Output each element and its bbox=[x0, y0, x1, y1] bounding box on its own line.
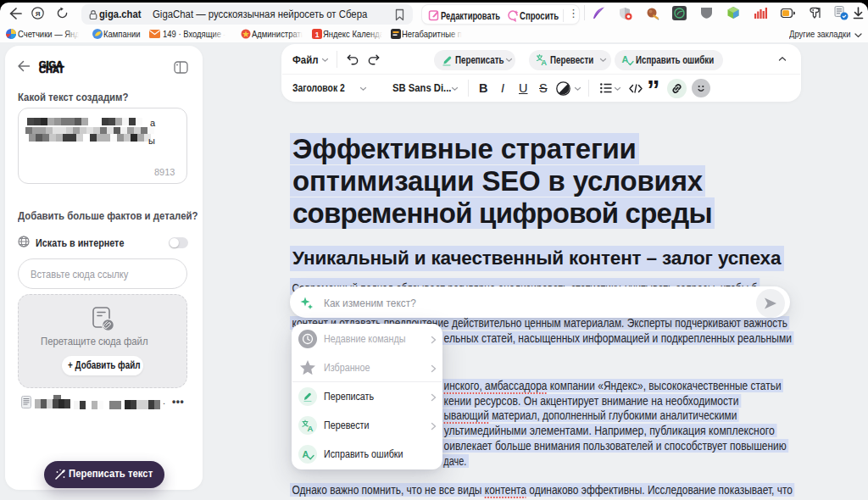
svg-text:A: A bbox=[308, 424, 314, 433]
svg-text:Я: Я bbox=[36, 10, 41, 18]
svg-text:A: A bbox=[303, 449, 309, 459]
svg-text:1: 1 bbox=[315, 31, 320, 39]
svg-text:A: A bbox=[622, 54, 629, 64]
svg-text:A: A bbox=[541, 58, 547, 67]
